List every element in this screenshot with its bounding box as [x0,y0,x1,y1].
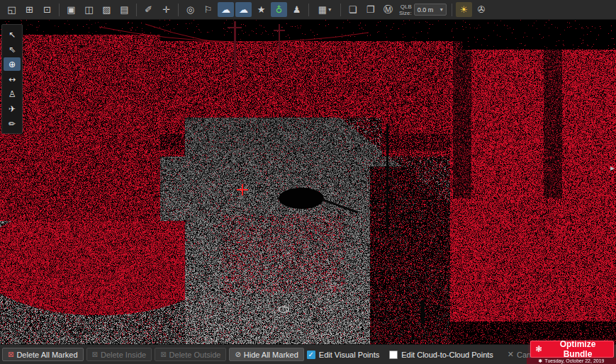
qlb-size-dropdown[interactable]: 0.0 m ▾ [414,4,447,16]
cube-m-icon[interactable]: Ⓜ [380,2,396,17]
cube-icon[interactable]: ❏ [345,2,361,17]
hide-marked-icon: ⊘ [235,351,240,358]
delete-inside-button[interactable]: ⊠ Delete Inside [86,348,152,361]
measure-distance-tool-icon[interactable]: ↔ [4,72,21,86]
toolbar-divider [178,4,179,16]
application-window: ◱ ⊞ ⊡ ▣ ◫ ▨ ▤ ✐ ✛ ◎ ⚐ ☁ ☁ ★ ♁ ♟ ▦ ▾ ❏ ❐ … [0,0,616,364]
close-icon: ✕ [508,350,514,359]
chevron-down-icon: ▾ [328,7,331,13]
pin-icon[interactable]: ♁ [271,2,287,17]
toolbar-divider [59,4,60,16]
marquee-select-icon[interactable]: ⊞ [21,2,38,17]
point-cloud-icon[interactable]: ☁ [218,2,234,17]
hide-all-marked-label: Hide All Marked [244,351,298,359]
clone-stamp-icon[interactable]: ◱ [4,2,20,17]
tag-icon[interactable]: ⚐ [200,2,216,17]
edit-visual-points-label: Edit Visual Points [319,351,379,359]
chevron-down-icon: ▾ [440,6,443,13]
filmstrip-icon[interactable]: ▤ [116,2,133,17]
optimize-bundle-label: Optimize Bundle [547,339,609,359]
bundle-icon: ❃ [535,344,542,354]
checkbox-checked-icon: ✓ [307,351,315,359]
qlb-size-label: QLB Size: [399,4,412,16]
star-icon[interactable]: ★ [253,2,269,17]
delete-outside-button[interactable]: ⊠ Delete Outside [155,348,226,361]
camera-person-tool-icon[interactable]: ♙ [4,87,21,101]
delete-all-marked-label: Delete All Marked [16,351,77,359]
edit-visual-points-checkbox[interactable]: ✓ Edit Visual Points [307,351,379,359]
pick-point-icon[interactable]: ✛ [158,2,174,17]
delete-inside-label: Delete Inside [101,351,146,359]
checkbox-unchecked-icon [389,351,398,359]
photo-view-icon[interactable]: ▨ [99,2,115,17]
measure-icon[interactable]: ✐ [140,2,157,17]
toolbar-divider [452,4,452,16]
smart-select-tool-icon[interactable]: ⇖ [4,42,21,56]
asterisk-icon: ✱ [539,358,543,364]
toolbar-divider [340,4,341,16]
toolbar-divider [308,4,309,16]
orbit-icon[interactable]: ◎ [182,2,198,17]
paint-select-tool-icon[interactable]: ✏ [4,117,21,130]
qlb-size-value: 0.0 m [418,6,434,13]
edit-cloud-to-cloud-checkbox[interactable]: Edit Cloud-to-Cloud Points [389,351,493,359]
optimize-bundle-button[interactable]: ❃ Optimize Bundle [530,341,614,358]
delete-marked-icon: ⊠ [8,351,13,358]
select-tool-icon[interactable]: ↖ [4,28,21,41]
camera-icon[interactable]: ▣ [63,2,79,17]
qlb-size-control: QLB Size: 0.0 m ▾ [399,4,447,16]
spray-icon[interactable]: ✇ [474,2,490,17]
fly-tool-icon[interactable]: ✈ [4,102,21,115]
display-mode-dropdown[interactable]: ▦ ▾ [313,2,337,17]
flashlight-icon[interactable]: ☀ [456,2,472,17]
cube-rotate-icon[interactable]: ❐ [362,2,379,17]
status-date: Tuesday, October 22, 2019 [544,358,604,364]
top-toolbar: ◱ ⊞ ⊡ ▣ ◫ ▨ ▤ ✐ ✛ ◎ ⚐ ☁ ☁ ★ ♁ ♟ ▦ ▾ ❏ ❐ … [0,0,616,20]
cloud-sync-icon[interactable]: ☁ [235,2,252,17]
delete-all-marked-button[interactable]: ⊠ Delete All Marked [2,348,84,361]
delete-outside-icon: ⊠ [160,351,166,358]
split-view-icon[interactable]: ◫ [81,2,97,17]
point-cloud-viewport[interactable] [0,20,616,344]
hide-all-marked-button[interactable]: ⊘ Hide All Marked [229,348,303,361]
bottom-toolbar: ⊠ Delete All Marked ⊠ Delete Inside ⊠ De… [0,344,616,364]
delete-inside-icon: ⊠ [92,351,98,358]
panel-expand-arrow[interactable]: ▸ [609,163,616,173]
orbit-tool-icon[interactable]: ⊕ [4,57,21,71]
delete-outside-label: Delete Outside [169,351,221,359]
display-mode-icon: ▦ [318,5,327,14]
zoom-window-icon[interactable]: ⊡ [39,2,55,17]
toolbar-divider [136,4,137,16]
status-date-strip: ✱ Tuesday, October 22, 2019 [527,358,616,364]
gcp-icon[interactable]: ♟ [289,2,305,17]
edit-cloud-to-cloud-label: Edit Cloud-to-Cloud Points [401,351,493,359]
left-tool-stack: ↖ ⇖ ⊕ ↔ ♙ ✈ ✏ [1,24,23,134]
